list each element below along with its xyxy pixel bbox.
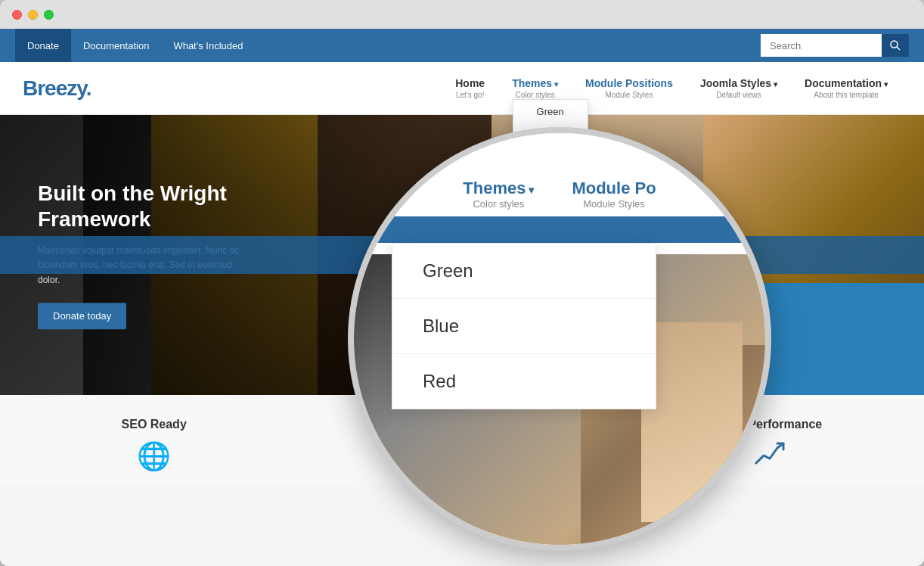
nav-home-label: Home [455,77,485,89]
mag-people-2 [641,322,743,522]
dropdown-green[interactable]: Green [513,100,588,123]
donate-today-button[interactable]: Donate today [38,303,126,329]
feature-seo: SEO Ready 🌐 [0,418,308,472]
nav-documentation[interactable]: Documentation▾ About this template [791,77,901,99]
mag-dropdown-blue[interactable]: Blue [392,299,656,354]
maximize-button[interactable] [44,10,54,20]
feature-seo-title: SEO Ready [0,418,308,431]
nav-joomla-styles-label: Joomla Styles▾ [700,77,777,89]
top-nav-donate[interactable]: Donate [15,29,71,62]
mag-dropdown-red[interactable]: Red [392,354,656,409]
nav-documentation-sub: About this template [805,91,888,99]
nav-themes-label: Themes▾ [512,77,558,89]
nav-module-positions-label: Module Positions [585,77,673,89]
documentation-arrow-icon: ▾ [884,80,888,89]
mag-module-label: Module Po [572,179,656,198]
main-nav-items: Home Let's go! Themes▾ Color styles Gree… [442,77,901,99]
search-input[interactable] [761,34,882,57]
svg-line-1 [897,47,900,50]
joomla-styles-arrow-icon: ▾ [774,80,777,89]
website-content: Donate Documentation What's Included Bre… [0,29,924,566]
svg-point-0 [891,41,898,48]
nav-module-positions-sub: Module Styles [585,91,673,99]
mag-nav-module[interactable]: Module Po Module Styles [553,179,674,210]
close-button[interactable] [12,10,22,20]
mag-dropdown-green[interactable]: Green [392,244,656,299]
top-nav-documentation[interactable]: Documentation [71,29,161,62]
browser-window: Donate Documentation What's Included Bre… [0,0,924,566]
hero-title: Built on the Wright Framework [38,181,250,232]
search-area [761,34,909,57]
nav-themes-sub: Color styles [512,91,558,99]
magnifier-content: Themes ▾ Color styles Module Po Module S… [354,133,765,545]
site-logo: Breezy. [23,76,91,101]
themes-arrow-icon: ▾ [554,80,558,89]
globe-icon: 🌐 [0,440,308,472]
browser-titlebar [0,0,924,29]
top-nav-links: Donate Documentation What's Included [15,29,761,62]
nav-home-sub: Let's go! [455,91,485,99]
mag-nav-themes[interactable]: Themes ▾ Color styles [444,179,553,210]
logo-text: Breezy [23,76,86,100]
nav-joomla-styles-sub: Default views [700,91,777,99]
main-navbar: Breezy. Home Let's go! Themes▾ Color sty… [0,62,924,115]
mag-module-sub: Module Styles [572,198,656,210]
mag-themes-arrow-icon: ▾ [526,184,535,196]
nav-home[interactable]: Home Let's go! [442,77,498,99]
nav-joomla-styles[interactable]: Joomla Styles▾ Default views [687,77,791,99]
magnifier-overlay: Themes ▾ Color styles Module Po Module S… [348,127,771,551]
mag-nav: Themes ▾ Color styles Module Po Module S… [354,179,765,210]
mag-themes-label: Themes ▾ [463,179,534,198]
mag-blue-stripe [354,216,765,243]
top-navbar: Donate Documentation What's Included [0,29,924,62]
search-icon [889,39,901,51]
nav-themes[interactable]: Themes▾ Color styles Green Blue Red [498,77,572,99]
logo-dot: . [86,76,91,100]
nav-documentation-label: Documentation▾ [805,77,888,89]
search-button[interactable] [882,34,909,57]
mag-themes-sub: Color styles [463,198,534,210]
top-nav-whats-included[interactable]: What's Included [161,29,255,62]
minimize-button[interactable] [28,10,38,20]
mag-themes-dropdown: Green Blue Red [392,243,656,409]
nav-module-positions[interactable]: Module Positions Module Styles [572,77,687,99]
